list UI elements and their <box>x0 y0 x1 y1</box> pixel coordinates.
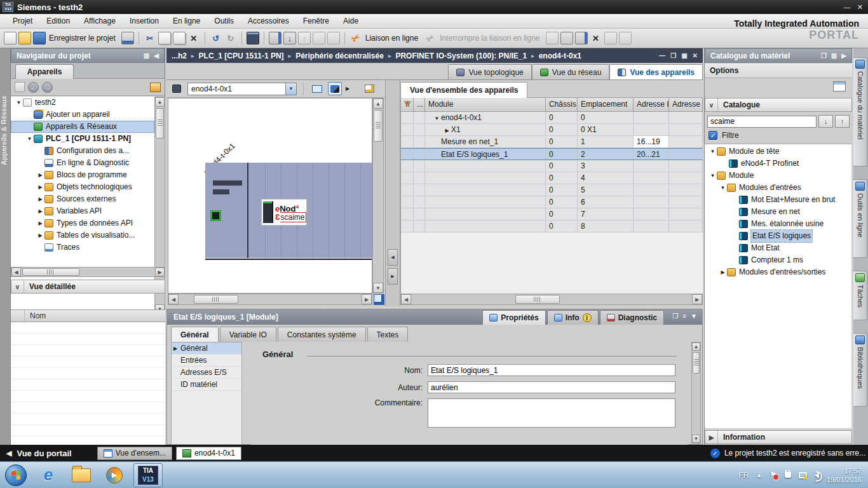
stop-simulation-icon[interactable] <box>575 32 588 44</box>
scroll-right-icon[interactable]: ▶ <box>362 294 372 304</box>
delete-icon[interactable]: ✕ <box>187 32 200 44</box>
search-down-icon[interactable]: ↓ <box>818 115 833 128</box>
expander-icon[interactable]: ▼ <box>719 182 727 194</box>
tree-item-traces[interactable]: Traces <box>11 241 154 254</box>
table-horizontal-scrollbar[interactable]: ◀ ▶ <box>400 294 703 305</box>
menu-edition[interactable]: Edition <box>40 15 76 27</box>
cat-item-compteur-1ms[interactable]: Compteur 1 ms <box>705 254 851 266</box>
accessible-devices-icon[interactable] <box>546 32 559 44</box>
expander-icon[interactable]: ▶ <box>443 125 451 136</box>
menu-accessoires[interactable]: Accessoires <box>241 15 295 27</box>
table-row[interactable]: ▶X1 0 0 X1 <box>401 124 703 136</box>
split-horizontal-icon[interactable] <box>604 32 617 44</box>
nav-item-general[interactable]: ▶ Général <box>172 342 241 355</box>
nav-item-id-materiel[interactable]: ID matériel <box>172 379 241 391</box>
menu-aide[interactable]: Aide <box>337 15 365 27</box>
tree-item-add-device[interactable]: Ajouter un appareil <box>11 109 154 121</box>
power-icon[interactable] <box>785 472 791 478</box>
tab-appareils[interactable]: Appareils <box>15 64 74 79</box>
menu-affichage[interactable]: Affichage <box>78 15 122 27</box>
editor-close-icon[interactable]: ✕ <box>693 52 698 59</box>
cat-item-mot-etat-mesure-brut[interactable]: Mot Etat+Mesure en brut <box>705 194 851 206</box>
expander-icon[interactable]: ▼ <box>25 133 34 145</box>
scroll-thumb[interactable] <box>693 352 700 374</box>
edit-mode-toggle-icon[interactable] <box>328 82 342 95</box>
nav-item-entrees[interactable]: Entrées <box>172 355 241 367</box>
table-row[interactable]: 0 8 <box>401 220 703 233</box>
col-adresse-q[interactable]: Adresse Q <box>669 98 703 112</box>
device-proxy-icon[interactable] <box>269 32 281 44</box>
language-indicator[interactable]: FR <box>738 471 749 480</box>
scroll-up-icon[interactable]: ▲ <box>155 97 165 107</box>
editor-float-icon[interactable]: ❐ <box>670 52 676 59</box>
tree-horizontal-scrollbar[interactable]: ◀ ▶ <box>11 267 165 277</box>
clock[interactable]: 17:57 19/01/2016 <box>827 466 862 484</box>
minimize-button[interactable]: — <box>844 3 851 11</box>
expander-icon[interactable]: ▶ <box>36 229 44 241</box>
nav-item-adresses-es[interactable]: Adresses E/S <box>172 367 241 379</box>
filter-checkbox[interactable]: ✓ <box>709 131 717 140</box>
cut-icon[interactable]: ✂ <box>144 32 156 44</box>
expander-icon[interactable]: ▶ <box>719 266 727 278</box>
rack-head-module[interactable] <box>205 163 248 258</box>
close-button[interactable]: ✕ <box>857 3 863 11</box>
cat-item-mot-etat[interactable]: Mot Etat <box>705 242 851 254</box>
file-explorer-icon[interactable] <box>70 463 93 487</box>
props-collapse-icon[interactable]: ▼ <box>691 313 697 320</box>
sort-columns-icon[interactable] <box>150 83 161 92</box>
name-field[interactable] <box>428 364 675 376</box>
search-up-icon[interactable]: ↑ <box>835 115 850 128</box>
breadcrumb-iosystem[interactable]: PROFINET IO-System (100): PN/IE_1 <box>395 51 527 60</box>
catalog-search-input[interactable] <box>707 116 817 128</box>
breadcrumb-decentral[interactable]: Périphérie décentralisée <box>295 51 384 60</box>
col-emplacement[interactable]: Emplacement <box>578 98 634 112</box>
tray-expand-icon[interactable]: ▲ <box>756 472 762 478</box>
cat-item-etat-es-logiques[interactable]: Etat E/S logiques <box>705 230 851 242</box>
print-icon[interactable] <box>121 32 134 44</box>
tree-item-plc-datatypes[interactable]: ▶ Types de données API <box>11 217 154 229</box>
tree-item-device-config[interactable]: Configuration des a... <box>11 145 154 157</box>
properties-vertical-scrollbar[interactable]: ▲ ▼ <box>691 342 701 444</box>
expander-icon[interactable]: ▼ <box>433 113 441 124</box>
tab-proprietes[interactable]: Propriétés <box>482 310 545 325</box>
collapse-panel-icon[interactable]: ◀ <box>154 52 159 59</box>
editor-maximize-icon[interactable]: ▣ <box>681 52 687 59</box>
expander-icon[interactable]: ▶ <box>36 193 44 205</box>
col-module[interactable]: Module <box>425 98 546 112</box>
portal-view-button[interactable]: ◀ Vue du portail <box>6 449 72 458</box>
dropdown-icon[interactable]: ▼ <box>285 83 296 95</box>
editor-button-device[interactable]: enod4-t-0x1 <box>176 447 241 460</box>
expander-icon[interactable]: ▶ <box>36 205 44 217</box>
detail-view-header[interactable]: ∨ Vue détaillée <box>11 280 165 294</box>
side-tab-outils-en-ligne[interactable]: Outils en ligne <box>853 179 867 258</box>
cross-references-icon[interactable]: ✕ <box>590 32 602 44</box>
device-selector-combobox[interactable]: enod4-t-0x1 ▼ <box>187 83 297 95</box>
breadcrumb-plc[interactable]: PLC_1 [CPU 1511-1 PN] <box>199 51 284 60</box>
scroll-thumb[interactable] <box>515 295 560 304</box>
cat-item-modules-entrees-sorties[interactable]: ▶ Modules d'entrées/sorties <box>705 266 851 278</box>
save-project-icon[interactable] <box>33 32 46 44</box>
start-simulation-icon[interactable] <box>560 32 573 44</box>
coupler-icon[interactable] <box>170 82 184 95</box>
menu-en-ligne[interactable]: En ligne <box>166 15 207 27</box>
comment-field[interactable] <box>428 398 675 428</box>
scroll-down-icon[interactable]: ▼ <box>692 435 700 443</box>
breadcrumb-device[interactable]: enod4-t-0x1 <box>539 51 581 60</box>
device-canvas[interactable]: enod4-t-0x1 eNod4 Ɛscaime <box>168 98 372 294</box>
fit-to-view-icon[interactable] <box>374 294 384 305</box>
new-project-icon[interactable] <box>4 32 17 44</box>
cat-item-mesure-en-net[interactable]: Mesure en net <box>705 206 851 218</box>
copy-icon[interactable] <box>158 32 171 44</box>
go-offline-icon[interactable]: ✂ <box>421 29 439 47</box>
back-icon[interactable]: ← <box>28 82 39 93</box>
scroll-thumb[interactable] <box>156 108 164 139</box>
subtab-constantes-systeme[interactable]: Constantes système <box>278 327 366 342</box>
scroll-left-icon[interactable]: ◀ <box>401 294 411 304</box>
table-row-selected[interactable]: Etat E/S logiques_1 0 2 20...21 <box>401 148 703 160</box>
table-row[interactable]: 0 7 <box>401 208 703 220</box>
scroll-thumb[interactable] <box>22 268 79 276</box>
tree-item-program-blocks[interactable]: ▶ Blocs de programme <box>11 169 154 181</box>
split-vertical-icon[interactable] <box>619 32 632 44</box>
tab-device-overview[interactable]: Vue d'ensemble des appareils <box>400 82 527 98</box>
scroll-left-icon[interactable]: ◀ <box>168 294 179 304</box>
